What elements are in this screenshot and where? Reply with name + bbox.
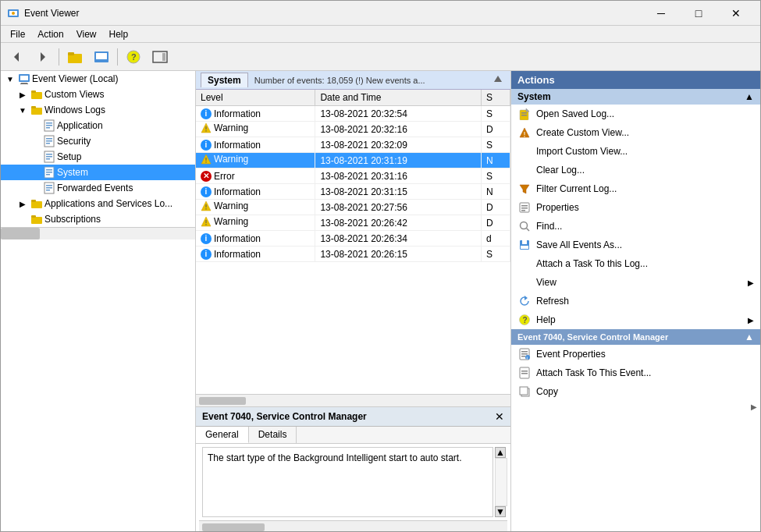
event-table-container[interactable]: Level Date and Time S iInformation 13-08… [196, 90, 510, 394]
col-source[interactable]: S [481, 90, 510, 106]
action-filter-log[interactable]: Filter Current Log... [511, 179, 760, 198]
menu-help[interactable]: Help [103, 27, 135, 41]
tree-item-setup[interactable]: Setup [1, 149, 195, 165]
list-scroll-up[interactable] [493, 74, 506, 87]
svg-rect-30 [46, 154, 52, 155]
action-create-custom-view[interactable]: Create Custom View... [511, 123, 760, 142]
action-view[interactable]: View ▶ [511, 273, 760, 292]
menu-action[interactable]: Action [31, 27, 69, 41]
svg-point-69 [521, 222, 528, 229]
col-level[interactable]: Level [196, 90, 315, 106]
table-row[interactable]: iInformation 13-08-2021 20:26:34 d [196, 231, 510, 246]
tree-toggle-appservices[interactable]: ▶ [16, 197, 29, 210]
window-title: Event Viewer [24, 8, 643, 19]
action-find[interactable]: Find... [511, 217, 760, 236]
detail-scroll-up[interactable]: ▲ [495, 447, 506, 458]
forward-button[interactable] [30, 46, 55, 68]
menu-view[interactable]: View [70, 27, 103, 41]
action-copy[interactable]: Copy [511, 382, 760, 401]
detail-close-button[interactable]: ✕ [495, 410, 504, 423]
col-datetime[interactable]: Date and Time [315, 90, 482, 106]
table-row[interactable]: iInformation 13-08-2021 20:31:15 N [196, 184, 510, 200]
table-row[interactable]: Warning 13-08-2021 20:32:16 D [196, 122, 510, 137]
table-header-row: Level Date and Time S [196, 90, 510, 106]
tree-item-forwarded[interactable]: Forwarded Events [1, 180, 195, 196]
svg-rect-12 [162, 53, 165, 61]
action-save-all[interactable]: Save All Events As... [511, 236, 760, 254]
info-level-icon: i [201, 233, 212, 244]
table-row[interactable]: Warning 13-08-2021 20:27:56 D [196, 200, 510, 215]
close-button[interactable]: ✕ [718, 1, 754, 26]
tree-toggle-custom[interactable]: ▶ [16, 88, 29, 101]
svg-rect-24 [46, 127, 50, 129]
table-row[interactable]: iInformation 13-08-2021 20:32:09 S [196, 137, 510, 153]
action-attach-task-event[interactable]: Attach Task To This Event... [511, 364, 760, 382]
tree-toggle-winlogs[interactable]: ▼ [16, 104, 29, 116]
action-label-attach-task-event: Attach Task To This Event... [536, 367, 651, 378]
tree-item-security[interactable]: Security [1, 133, 195, 149]
cell-datetime: 13-08-2021 20:27:56 [315, 200, 482, 215]
menu-file[interactable]: File [4, 27, 31, 41]
tree-item-system[interactable]: System [1, 165, 195, 180]
cell-source: S [481, 246, 510, 262]
table-row[interactable]: Warning 13-08-2021 20:31:19 N [196, 153, 510, 168]
cell-level: iInformation [196, 106, 315, 122]
tab-general[interactable]: General [196, 427, 249, 443]
detail-header: Event 7040, Service Control Manager ✕ [196, 407, 510, 427]
action-clear-log[interactable]: Clear Log... [511, 161, 760, 179]
event-list-tab[interactable]: System [201, 73, 248, 87]
svg-marker-4 [41, 52, 45, 62]
tree-label-subscriptions: Subscriptions [44, 214, 101, 225]
properties-icon [517, 200, 532, 215]
table-row[interactable]: Warning 13-08-2021 20:26:42 D [196, 215, 510, 231]
action-event-properties[interactable]: i Event Properties [511, 345, 760, 364]
tree-item-windows-logs[interactable]: ▼ Windows Logs [1, 102, 195, 118]
tree-item-app-services[interactable]: ▶ Applications and Services Lo... [1, 196, 195, 211]
detail-scroll-down[interactable]: ▼ [495, 506, 506, 517]
action-label-attach-task-log: Attach a Task To this Log... [536, 258, 648, 269]
window-controls[interactable]: ─ □ ✕ [643, 1, 754, 26]
action-help[interactable]: ? Help ▶ [511, 310, 760, 329]
table-row[interactable]: iInformation 13-08-2021 20:26:15 S [196, 246, 510, 262]
left-pane[interactable]: ▼ Event Viewer (Local) ▶ Custom Views [1, 71, 196, 532]
console-button[interactable] [89, 46, 114, 68]
event-table: Level Date and Time S iInformation 13-08… [196, 90, 510, 262]
minimize-button[interactable]: ─ [643, 1, 679, 26]
svg-rect-28 [46, 143, 50, 144]
log-icon-application [43, 119, 55, 132]
tree-item-root[interactable]: ▼ Event Viewer (Local) [1, 71, 195, 87]
svg-rect-17 [31, 92, 42, 99]
help-button[interactable]: ? [121, 46, 146, 68]
action-attach-task-log[interactable]: Attach a Task To this Log... [511, 254, 760, 273]
back-button[interactable] [4, 46, 29, 68]
info-level-icon: i [201, 186, 212, 197]
tab-details[interactable]: Details [249, 427, 297, 443]
tree-item-application[interactable]: Application [1, 118, 195, 133]
action-properties[interactable]: Properties [511, 198, 760, 217]
folder-icon-custom [30, 88, 43, 101]
tree-item-custom-views[interactable]: ▶ Custom Views [1, 87, 195, 102]
title-bar: Event Viewer ─ □ ✕ [1, 1, 760, 26]
svg-rect-60 [521, 115, 527, 116]
actions-section-event7040[interactable]: Event 7040, Service Control Manager ▲ [511, 329, 760, 345]
svg-rect-26 [46, 138, 52, 140]
action-label-clear-log: Clear Log... [536, 165, 585, 176]
back-icon [9, 50, 23, 64]
folder-button[interactable] [62, 46, 87, 68]
cell-source: d [481, 231, 510, 246]
table-hscroll[interactable] [196, 394, 510, 406]
action-import-custom-view[interactable]: Import Custom View... [511, 142, 760, 161]
action-label-copy: Copy [536, 386, 558, 397]
table-row[interactable]: ✕Error 13-08-2021 20:31:16 S [196, 168, 510, 184]
table-row[interactable]: iInformation 13-08-2021 20:32:54 S [196, 106, 510, 122]
copy-icon [517, 385, 532, 399]
tree-toggle-root[interactable]: ▼ [4, 73, 16, 85]
tree-item-subscriptions[interactable]: Subscriptions [1, 211, 195, 227]
action-refresh[interactable]: Refresh [511, 292, 760, 310]
actions-button[interactable] [148, 46, 172, 68]
detail-hscroll[interactable] [199, 520, 507, 532]
left-scrollbar[interactable] [1, 227, 195, 239]
maximize-button[interactable]: □ [681, 1, 717, 26]
actions-section-system[interactable]: System ▲ [511, 89, 760, 105]
action-open-saved-log[interactable]: Open Saved Log... [511, 105, 760, 123]
